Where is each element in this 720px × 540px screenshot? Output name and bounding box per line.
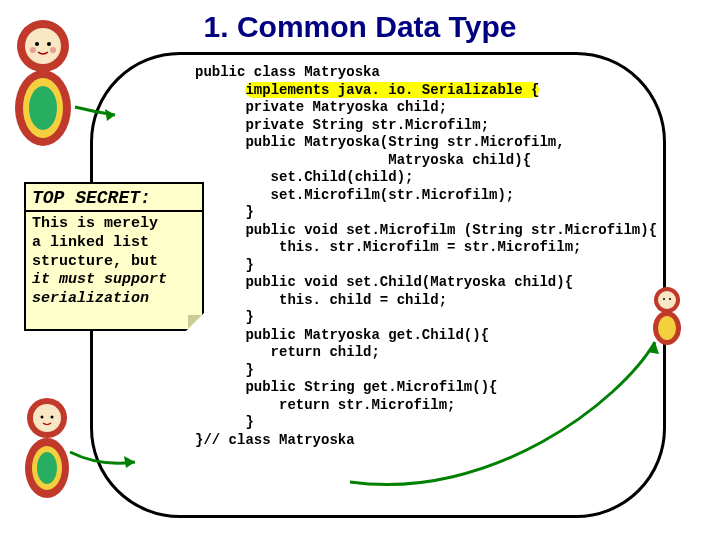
code-line: set.Microfilm(str.Microfilm); — [195, 187, 514, 203]
code-line: set.Child(child); — [195, 169, 413, 185]
sticky-note: TOP SECRET: This is merely a linked list… — [24, 182, 204, 331]
code-line: }// class Matryoska — [195, 432, 355, 448]
svg-marker-22 — [105, 109, 115, 121]
note-title: TOP SECRET: — [26, 184, 202, 212]
svg-marker-23 — [124, 456, 135, 468]
code-line: public Matryoska(String str.Microfilm, — [195, 134, 565, 150]
code-line: return child; — [195, 344, 380, 360]
note-em: serialization — [32, 290, 149, 307]
code-line: public void set.Child(Matryoska child){ — [195, 274, 573, 290]
note-line: structure, but — [32, 253, 158, 270]
code-line: public String get.Microfilm(){ — [195, 379, 497, 395]
code-line: public void set.Microfilm (String str.Mi… — [195, 222, 657, 238]
content-area: public class Matryoska implements java. … — [20, 52, 700, 522]
code-line: private String str.Microfilm; — [195, 117, 489, 133]
note-body: This is merely a linked list structure, … — [26, 212, 202, 312]
note-em: it must support — [32, 271, 167, 288]
note-fold-shade-icon — [188, 315, 202, 329]
code-line: Matryoska child){ — [195, 152, 531, 168]
note-line: This is merely — [32, 215, 158, 232]
code-line: public Matryoska get.Child(){ — [195, 327, 489, 343]
highlight-serializable: implements java. io. Serializable { — [245, 82, 539, 98]
code-line: } — [195, 362, 254, 378]
code-line: this. child = child; — [195, 292, 447, 308]
code-block: public class Matryoska implements java. … — [195, 64, 685, 449]
code-line: this. str.Microfilm = str.Microfilm; — [195, 239, 581, 255]
slide-title: 1. Common Data Type — [0, 10, 720, 44]
code-line: } — [195, 414, 254, 430]
code-line: public class Matryoska — [195, 64, 380, 80]
svg-point-5 — [35, 42, 39, 46]
code-line — [195, 82, 245, 98]
svg-point-6 — [47, 42, 51, 46]
code-line: private Matryoska child; — [195, 99, 447, 115]
code-line: return str.Microfilm; — [195, 397, 455, 413]
note-line: a linked list — [32, 234, 149, 251]
